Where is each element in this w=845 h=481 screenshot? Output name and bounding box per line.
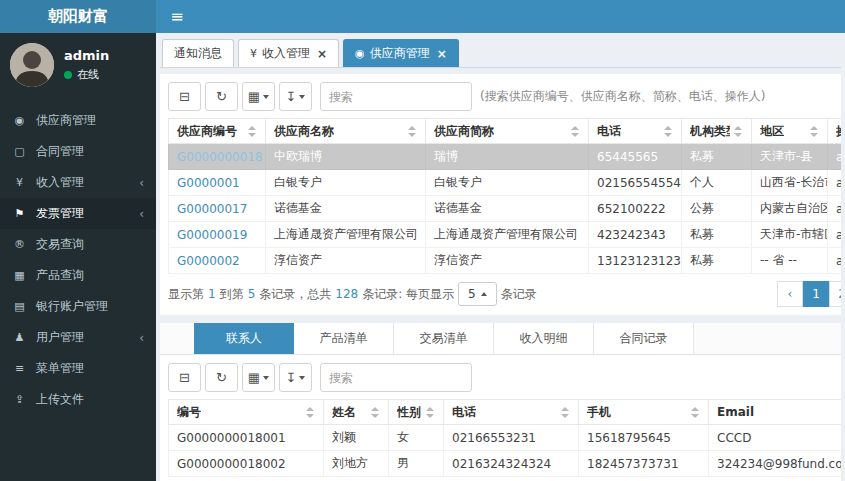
supplier-code-link[interactable]: G00000017 <box>177 202 247 216</box>
table-row[interactable]: G0000000018002 刘地方 男 0216324324324 18245… <box>169 451 842 477</box>
tab-label: 通知消息 <box>174 45 222 62</box>
tab-contract-records[interactable]: 合同记录 <box>594 323 694 354</box>
tab-suppliers[interactable]: ◉ 供应商管理 × <box>343 39 459 67</box>
page-size-value: 5 <box>468 287 476 301</box>
sidebar-item-label: 用户管理 <box>36 329 84 346</box>
table-row[interactable]: G00000017 诺德基金 诺德基金 652100222 公募 内蒙古自治区 … <box>169 196 842 222</box>
cell-type: 私募 <box>682 248 752 274</box>
tab-income[interactable]: ¥ 收入管理 × <box>238 39 339 67</box>
table-row[interactable]: G0000000018 中欧瑞博 瑞博 65445565 私募 天津市-县 a <box>169 144 842 170</box>
brand-logo[interactable]: 朝阳财富 <box>0 0 156 33</box>
tab-transaction-list[interactable]: 交易清单 <box>394 323 494 354</box>
column-header-mobile[interactable]: 手机 <box>579 400 709 425</box>
sidebar-item-suppliers[interactable]: ◉ 供应商管理 <box>0 105 156 136</box>
caret-up-icon <box>481 292 487 296</box>
refresh-button[interactable]: ↻ <box>205 363 238 392</box>
pagination-summary: 显示第 1 到第 5 条记录，总共 128 条记录: 每页显示 5 条记录 <box>168 282 537 306</box>
sidebar-item-contracts[interactable]: ▢ 合同管理 <box>0 136 156 167</box>
column-header-supplier-short-name[interactable]: 供应商简称 <box>426 119 589 144</box>
caret-down-icon <box>263 95 269 99</box>
sort-icon[interactable] <box>426 406 435 419</box>
sidebar-item-label: 收入管理 <box>36 174 84 191</box>
tab-income-detail[interactable]: 收入明细 <box>494 323 594 354</box>
supplier-icon: ◉ <box>12 114 27 127</box>
pagination-page-2[interactable]: 2 <box>829 281 841 307</box>
sidebar-item-transactions[interactable]: ® 交易查询 <box>0 229 156 260</box>
pagination-toggle-button[interactable]: ⊟ <box>168 363 201 392</box>
sidebar-item-income[interactable]: ¥ 收入管理 ‹ <box>0 167 156 198</box>
export-button[interactable]: ↧ <box>279 363 312 392</box>
close-icon[interactable]: × <box>317 47 327 61</box>
sort-icon[interactable] <box>734 125 743 138</box>
sidebar-item-bank-accounts[interactable]: ▤ 银行账户管理 <box>0 291 156 322</box>
cell-gender: 男 <box>389 451 444 477</box>
cell-short-name: 白银专户 <box>426 170 589 196</box>
cell-phone: 652100222 <box>589 196 682 222</box>
sidebar-item-users[interactable]: ♟ 用户管理 ‹ <box>0 322 156 353</box>
sidebar-item-products[interactable]: ▦ 产品查询 <box>0 260 156 291</box>
cell-code: G0000001 <box>169 170 266 196</box>
column-header-name[interactable]: 姓名 <box>324 400 389 425</box>
export-button[interactable]: ↧ <box>279 82 312 111</box>
column-header-contact-code[interactable]: 编号 <box>169 400 324 425</box>
sidebar-toggle-icon[interactable]: ≡ <box>156 0 198 33</box>
pagination-toggle-icon: ⊟ <box>179 370 190 385</box>
column-header-operator[interactable]: 操作人 <box>828 119 842 144</box>
column-header-phone[interactable]: 电话 <box>589 119 682 144</box>
column-header-phone[interactable]: 电话 <box>444 400 579 425</box>
pagination-prev-button[interactable]: ‹ <box>777 281 803 307</box>
cell-operator: a <box>828 222 842 248</box>
cell-short-name: 瑞博 <box>426 144 589 170</box>
pagination-toggle-button[interactable]: ⊟ <box>168 82 201 111</box>
supplier-code-link[interactable]: G0000000018 <box>177 150 263 164</box>
sidebar-item-label: 合同管理 <box>36 143 84 160</box>
cell-short-name: 上海通晟资产管理有限公司 <box>426 222 589 248</box>
table-row[interactable]: G00000019 上海通晟资产管理有限公司 上海通晟资产管理有限公司 4232… <box>169 222 842 248</box>
supplier-search-input[interactable] <box>320 82 472 111</box>
sidebar-item-label: 发票管理 <box>36 205 84 222</box>
contacts-toolbar: ⊟ ↻ ▦ ↧ <box>168 363 833 392</box>
table-row[interactable]: G0000002 淳信资产 淳信资产 13123123123 私募 -- 省 -… <box>169 248 842 274</box>
columns-button[interactable]: ▦ <box>242 82 275 111</box>
sort-icon[interactable] <box>248 125 257 138</box>
tab-contacts[interactable]: 联系人 <box>194 323 294 354</box>
avatar[interactable] <box>10 43 54 87</box>
supplier-code-link[interactable]: G0000001 <box>177 176 240 190</box>
sort-icon[interactable] <box>571 125 580 138</box>
tab-product-list[interactable]: 产品清单 <box>294 323 394 354</box>
supplier-code-link[interactable]: G00000019 <box>177 228 247 242</box>
sidebar-item-menus[interactable]: ≡ 菜单管理 <box>0 353 156 384</box>
column-header-institution-type[interactable]: 机构类型 <box>682 119 752 144</box>
column-header-email[interactable]: Email <box>709 400 842 425</box>
cell-name: 中欧瑞博 <box>266 144 426 170</box>
cell-short-name: 诺德基金 <box>426 196 589 222</box>
sort-icon[interactable] <box>561 406 570 419</box>
sidebar-item-upload[interactable]: ⇪ 上传文件 <box>0 384 156 415</box>
sort-icon[interactable] <box>664 125 673 138</box>
column-header-supplier-code[interactable]: 供应商编号 <box>169 119 266 144</box>
sort-icon[interactable] <box>408 125 417 138</box>
detail-panel: 联系人 产品清单 交易清单 收入明细 合同记录 ⊟ ↻ ▦ ↧ <box>160 323 841 481</box>
table-row[interactable]: G0000001 白银专户 白银专户 02156554554 个人 山西省-长治… <box>169 170 842 196</box>
column-header-supplier-name[interactable]: 供应商名称 <box>266 119 426 144</box>
tab-notifications[interactable]: 通知消息 <box>162 39 234 67</box>
sort-icon[interactable] <box>371 406 380 419</box>
sidebar-item-invoices[interactable]: ⚑ 发票管理 ‹ <box>0 198 156 229</box>
page-size-select[interactable]: 5 <box>458 282 497 306</box>
contacts-search-input[interactable] <box>320 363 472 392</box>
columns-button[interactable]: ▦ <box>242 363 275 392</box>
column-header-region[interactable]: 地区 <box>752 119 828 144</box>
cell-type: 个人 <box>682 170 752 196</box>
pager: ‹ 1 2 <box>777 281 841 307</box>
sort-icon[interactable] <box>306 406 315 419</box>
refresh-button[interactable]: ↻ <box>205 82 238 111</box>
sort-icon[interactable] <box>691 406 700 419</box>
sort-icon[interactable] <box>810 125 819 138</box>
column-header-gender[interactable]: 性别 <box>389 400 444 425</box>
cell-code: G0000000018002 <box>169 451 324 477</box>
supplier-code-link[interactable]: G0000002 <box>177 254 240 268</box>
pagination-page-1[interactable]: 1 <box>803 281 829 307</box>
close-icon[interactable]: × <box>437 47 447 61</box>
table-row[interactable]: G0000000018001 刘颖 女 02166553231 15618795… <box>169 425 842 451</box>
summary-text: 显示第 <box>168 286 204 303</box>
